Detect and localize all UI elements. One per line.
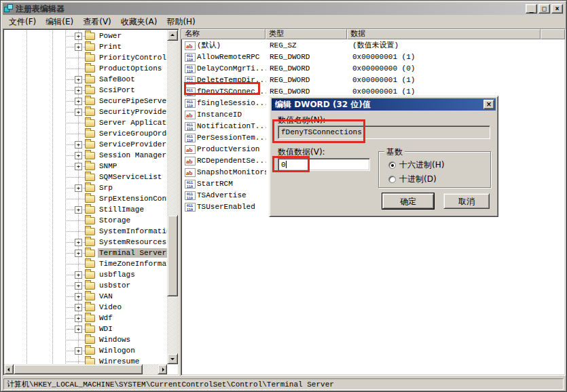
scroll-right-icon[interactable] (158, 364, 167, 374)
tree-item-power[interactable]: +Power (4, 31, 167, 41)
expand-icon[interactable]: + (75, 152, 82, 159)
tree-item-snmp[interactable]: +SNMP (4, 161, 167, 172)
tree-item-wdi[interactable]: +WDI (4, 324, 167, 334)
tree-item-label[interactable]: ScsiPort (98, 85, 136, 95)
tree-item-label[interactable]: Srp (98, 183, 114, 193)
tree-item-label[interactable]: SecurePipeServers (98, 96, 167, 106)
expand-icon[interactable]: + (75, 33, 82, 40)
tree-item-label[interactable]: Server Application (98, 118, 167, 128)
tree-item-sqmservicelist[interactable]: SQMServiceList (4, 172, 167, 182)
tree-item-storage[interactable]: Storage (4, 215, 167, 226)
tree-item-wdf[interactable]: +Wdf (4, 313, 167, 324)
tree-item-label[interactable]: Storage (98, 216, 132, 225)
expand-icon[interactable]: + (75, 184, 82, 192)
tree-item-label[interactable]: Windows (98, 335, 132, 345)
scroll-down-icon[interactable] (167, 353, 178, 364)
expand-icon[interactable]: + (75, 347, 82, 355)
tree-item-server-application[interactable]: Server Application (4, 117, 167, 128)
tree-horizontal-scrollbar[interactable] (4, 364, 167, 374)
expand-icon[interactable]: + (75, 250, 82, 257)
menu-item-view[interactable]: 查看(V) (78, 16, 116, 28)
expand-icon[interactable]: + (75, 293, 82, 300)
scrollbar-thumb[interactable] (14, 364, 143, 374)
column-header-name[interactable]: 名称 (181, 29, 266, 39)
tree-item-label[interactable]: ServiceGroupOrder (98, 129, 167, 138)
tree-item-systeminformation[interactable]: SystemInformation (4, 226, 167, 237)
tree-item-usbstor[interactable]: +usbstor (4, 280, 167, 291)
tree-item-securepipeservers[interactable]: +SecurePipeServers (4, 96, 167, 106)
tree-item-van[interactable]: +VAN (4, 291, 167, 302)
tree-item-label[interactable]: Winresume (98, 357, 141, 364)
value-row-[interactable]: (默认)REG_SZ(数值未设置) (182, 40, 564, 52)
tree-item-stillimage[interactable]: +StillImage (4, 204, 167, 215)
column-header-type[interactable]: 类型 (266, 29, 347, 39)
tree-item-session-manager[interactable]: +Session Manager (4, 150, 167, 161)
scroll-left-icon[interactable] (4, 364, 14, 374)
expand-icon[interactable]: + (75, 271, 82, 279)
radio-option-hex[interactable]: 十六进制(H) (388, 159, 444, 171)
expand-icon[interactable]: + (75, 315, 82, 322)
tree-item-label[interactable]: SQMServiceList (98, 172, 163, 182)
column-header-data[interactable]: 数据 (347, 29, 541, 39)
expand-icon[interactable]: + (75, 206, 82, 214)
tree-item-systemresources[interactable]: +SystemResources (4, 237, 167, 248)
tree-item-usbflags[interactable]: +usbflags (4, 269, 167, 280)
expand-icon[interactable]: + (75, 87, 82, 94)
radio-icon[interactable] (388, 161, 396, 169)
expand-icon[interactable]: + (75, 326, 82, 333)
tree-item-label[interactable]: ServiceProvider (98, 140, 167, 149)
expand-icon[interactable]: + (75, 43, 82, 51)
expand-icon[interactable]: + (75, 98, 82, 105)
expand-icon[interactable]: + (75, 163, 82, 170)
tree-item-winlogon[interactable]: +Winlogon (4, 345, 167, 356)
tree-item-productoptions[interactable]: ProductOptions (4, 63, 167, 74)
tree-item-securityproviders[interactable]: +SecurityProviders (4, 106, 167, 117)
tree-item-label[interactable]: VAN (98, 292, 114, 301)
expand-icon[interactable]: + (75, 239, 82, 246)
tree-item-srp[interactable]: +Srp (4, 182, 167, 193)
tree-item-label[interactable]: Wdf (98, 313, 114, 323)
tree-item-terminal-server[interactable]: +Terminal Server (4, 248, 167, 258)
tree-item-winresume[interactable]: Winresume (4, 356, 167, 364)
ok-button[interactable]: 确定 (382, 193, 434, 209)
tree-item-label[interactable]: Print (98, 42, 123, 52)
radio-option-decimal[interactable]: 十进制(D) (388, 174, 437, 185)
menu-item-help[interactable]: 帮助(H) (162, 16, 200, 28)
menu-item-favorites[interactable]: 收藏夹(A) (116, 16, 162, 28)
tree-item-label[interactable]: usbflags (98, 270, 136, 279)
tree-item-label[interactable]: Power (98, 31, 123, 41)
scrollbar-thumb[interactable] (167, 215, 178, 296)
tree-vertical-scrollbar[interactable] (167, 30, 178, 364)
tree-item-safeboot[interactable]: +SafeBoot (4, 74, 167, 85)
tree-item-label[interactable]: usbstor (98, 281, 132, 290)
scrollbar-track[interactable] (167, 30, 178, 364)
tree-item-label[interactable]: WDI (98, 324, 114, 334)
expand-icon[interactable]: + (75, 304, 82, 311)
value-row-allowremoterpc[interactable]: AllowRemoteRPCREG_DWORD0x00000001 (1) (182, 52, 564, 63)
expand-icon[interactable]: + (75, 141, 82, 149)
tree-item-label[interactable]: SafeBoot (98, 75, 136, 84)
tree-item-label[interactable]: Terminal Server (98, 248, 167, 258)
radio-icon[interactable] (388, 176, 396, 183)
close-icon[interactable]: × (551, 4, 563, 14)
tree-item-serviceprovider[interactable]: +ServiceProvider (4, 139, 167, 150)
tree-item-label[interactable]: StillImage (98, 205, 145, 214)
dialog-close-icon[interactable]: × (483, 100, 494, 109)
menu-item-file[interactable]: 文件(F) (4, 16, 41, 28)
tree-item-windows[interactable]: Windows (4, 334, 167, 345)
minimize-icon[interactable]: _ (526, 4, 537, 14)
tree-item-label[interactable]: SystemResources (98, 237, 167, 247)
tree-item-label[interactable]: TimeZoneInformation (98, 259, 167, 269)
tree-item-label[interactable]: ProductOptions (98, 64, 163, 73)
value-row-delayconmgrti[interactable]: DelayConMgrTi...REG_DWORD0x00000000 (0) (182, 63, 564, 75)
tree-item-label[interactable]: PriorityControl (98, 53, 167, 62)
tree-item-label[interactable]: SrpExtensionConfig (98, 194, 167, 203)
scroll-up-icon[interactable] (167, 30, 178, 41)
tree-item-srpextensionconfig[interactable]: SrpExtensionConfig (4, 193, 167, 204)
tree-item-label[interactable]: SecurityProviders (98, 107, 167, 117)
tree-item-print[interactable]: +Print (4, 41, 167, 52)
tree-item-label[interactable]: Video (98, 302, 123, 312)
expand-icon[interactable]: + (75, 282, 82, 290)
tree-item-prioritycontrol[interactable]: PriorityControl (4, 52, 167, 63)
cancel-button[interactable]: 取消 (443, 193, 490, 209)
